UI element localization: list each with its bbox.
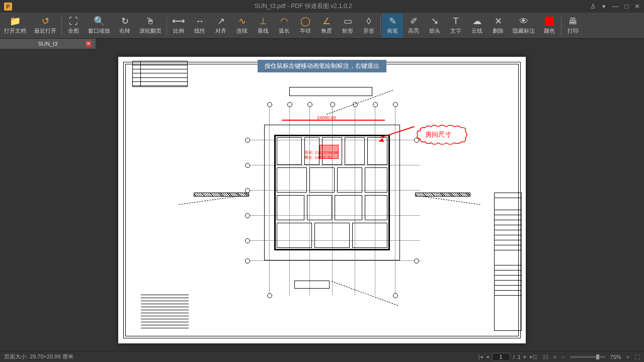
open-doc-button[interactable]: 📁打开文档 xyxy=(0,14,30,38)
align-icon: ↗ xyxy=(217,16,225,26)
window-title: SUN_t3.pdf - PDF 快速看图 v2.1.0.2 xyxy=(16,2,590,11)
angle-icon: ∠ xyxy=(323,16,331,26)
drawing-notes xyxy=(141,293,189,331)
vertical-button[interactable]: ⊥垂线 xyxy=(253,14,274,38)
radius-button[interactable]: ◯半径 xyxy=(295,14,316,38)
vertical-icon: ⊥ xyxy=(259,16,267,26)
brush-button[interactable]: ✎画笔 xyxy=(382,14,403,38)
page-sep: / xyxy=(513,354,515,360)
radius-icon: ◯ xyxy=(300,16,310,26)
brush-icon: ✎ xyxy=(389,16,396,26)
tool-hint: 按住鼠标左键移动画笔绘制标注，右键退出 xyxy=(258,60,386,72)
scale-button[interactable]: ⟷比例 xyxy=(168,14,189,38)
color-button[interactable]: 颜色 xyxy=(539,14,560,38)
linear-button[interactable]: ↔线性 xyxy=(189,14,210,38)
delete-icon: ✕ xyxy=(495,16,502,26)
color-icon xyxy=(545,16,554,26)
anomaly-button[interactable]: ◊异形 xyxy=(358,14,379,38)
expand-icon[interactable]: ⛶ xyxy=(634,354,640,360)
arc-icon: ◠ xyxy=(280,16,288,26)
tab-close-icon[interactable]: ✕ xyxy=(86,41,92,47)
zoom-slider[interactable] xyxy=(570,356,605,358)
last-page-icon[interactable]: ▸| xyxy=(530,353,534,360)
legend-table xyxy=(132,61,188,87)
fullview-button[interactable]: ⛶全图 xyxy=(63,14,84,38)
winzoom-button[interactable]: 🔍窗口缩放 xyxy=(84,14,114,38)
cloud-text: 房间尺寸 xyxy=(425,130,451,139)
section-top xyxy=(289,87,372,96)
document-viewport[interactable]: 按住鼠标左键移动画笔绘制标注，右键退出 xyxy=(0,49,644,351)
mouse-icon: 🖱 xyxy=(146,16,155,26)
print-button[interactable]: 🖶打印 xyxy=(562,14,584,38)
recent-button[interactable]: ↺最近打开 xyxy=(30,14,60,38)
rotate-icon: ↻ xyxy=(121,16,129,26)
arrow-button[interactable]: ➘箭头 xyxy=(424,14,445,38)
section-bottom xyxy=(294,281,330,289)
text-icon: T xyxy=(453,16,459,26)
first-page-icon[interactable]: |◂ xyxy=(478,353,483,360)
pagesize-label: 页面大小: xyxy=(4,353,28,360)
double-page-icon[interactable]: ▯▯ xyxy=(542,353,548,360)
pdf-page: 按住鼠标左键移动画笔绘制标注，右键退出 xyxy=(118,57,526,343)
anomaly-icon: ◊ xyxy=(367,16,371,26)
linear-icon: ↔ xyxy=(195,16,204,26)
scale-icon: ⟷ xyxy=(172,16,185,26)
app-logo: P xyxy=(4,3,12,11)
page-total: 1 xyxy=(518,354,521,360)
scrollpage-button[interactable]: 🖱滚轮翻页 xyxy=(135,14,166,38)
history-icon: ↺ xyxy=(42,16,49,26)
user-icon[interactable]: ♙ xyxy=(590,3,596,10)
print-icon: 🖶 xyxy=(569,16,578,26)
highlight-button[interactable]: ✐高亮 xyxy=(403,14,424,38)
angle-button[interactable]: ∠角度 xyxy=(316,14,337,38)
menu-icon[interactable]: ▾ xyxy=(602,3,606,10)
page-input[interactable] xyxy=(492,353,510,361)
continuous-icon: ∿ xyxy=(238,16,246,26)
measure-text: 面积: 21115784.86 周长: 18732.70 xyxy=(304,150,338,160)
zoom-out-icon[interactable]: − xyxy=(561,354,565,360)
toolbar: 📁打开文档 ↺最近打开 ⛶全图 🔍窗口缩放 ↻右转 🖱滚轮翻页 ⟷比例 ↔线性 … xyxy=(0,13,644,39)
continuous-button[interactable]: ∿连续 xyxy=(231,14,253,38)
highlight-icon: ✐ xyxy=(410,16,418,26)
zoom-icon: 🔍 xyxy=(94,16,105,26)
hidemark-button[interactable]: 👁隐藏标注 xyxy=(509,14,539,38)
statusbar: 页面大小: 29.70×20.99 厘米 |◂ ◂ / 1 ▸ ▸| ▯ ▯▯ … xyxy=(0,351,644,362)
expand-icon: ⛶ xyxy=(69,16,78,26)
next-page-icon[interactable]: ▸ xyxy=(524,353,527,360)
pagesize-value: 29.70×20.99 厘米 xyxy=(30,353,73,360)
cloud-icon: ☁ xyxy=(472,16,481,26)
arc-button[interactable]: ◠弧长 xyxy=(274,14,295,38)
folder-icon: 📁 xyxy=(10,16,21,26)
prev-page-icon[interactable]: ◂ xyxy=(486,353,489,360)
text-button[interactable]: T文字 xyxy=(445,14,466,38)
titlebar: P SUN_t3.pdf - PDF 快速看图 v2.1.0.2 ♙ ▾ — □… xyxy=(0,0,644,13)
hide-icon: 👁 xyxy=(519,16,528,26)
delete-button[interactable]: ✕删除 xyxy=(488,14,509,38)
rotate-button[interactable]: ↻右转 xyxy=(114,14,135,38)
tab-label: SUN_t3 xyxy=(38,41,58,47)
title-block xyxy=(494,193,522,331)
document-tab[interactable]: SUN_t3 ✕ xyxy=(0,39,96,49)
arrow-icon: ➘ xyxy=(431,16,439,26)
cloud-button[interactable]: ☁云线 xyxy=(466,14,488,38)
single-page-icon[interactable]: ▯ xyxy=(534,353,537,360)
rect-button[interactable]: ▭矩形 xyxy=(337,14,358,38)
rect-icon: ▭ xyxy=(344,16,352,26)
align-button[interactable]: ↗对齐 xyxy=(210,14,231,38)
continuous-page-icon[interactable]: ≡ xyxy=(553,354,556,360)
dimension-value: 24000.00 xyxy=(317,115,336,120)
zoom-value: 75% xyxy=(610,354,621,360)
close-icon[interactable]: ✕ xyxy=(634,3,640,10)
minimize-icon[interactable]: — xyxy=(612,3,618,10)
maximize-icon[interactable]: □ xyxy=(624,3,628,10)
zoom-in-icon[interactable]: + xyxy=(626,354,629,360)
tabbar: SUN_t3 ✕ xyxy=(0,39,644,49)
